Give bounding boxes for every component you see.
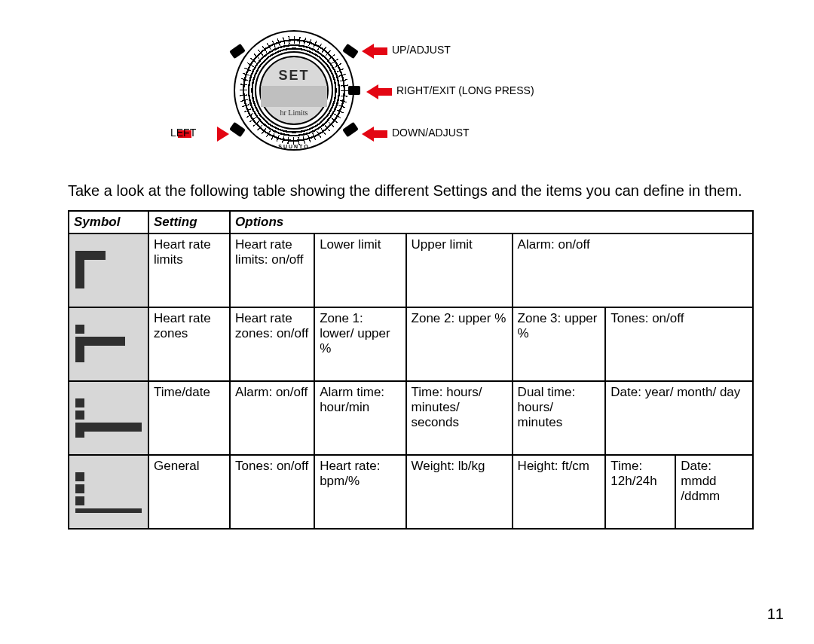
label-left: LEFT [170, 127, 196, 139]
watch-button-diagram: SET hr Limits SUUNTO UP/ADJUST RIGHT/EXI… [136, 30, 528, 173]
option-cell: Height: ft/cm [513, 455, 606, 529]
option-cell: Heart rate zones: on/off [230, 307, 314, 381]
symbol-time-date [69, 381, 148, 455]
label-up-adjust: UP/ADJUST [392, 44, 451, 56]
option-cell: Alarm: on/off [513, 233, 753, 307]
watch-display-band [261, 86, 327, 107]
watch-button-mid-right [348, 86, 360, 95]
label-right-exit: RIGHT/EXIT (LONG PRESS) [396, 84, 534, 96]
symbol-general [69, 455, 148, 529]
option-cell: Zone 2: upper % [406, 307, 513, 381]
watch-display-top: SET [255, 68, 333, 84]
option-cell: Time: hours/ minutes/ seconds [406, 381, 513, 455]
col-symbol: Symbol [69, 211, 148, 233]
option-cell: Upper limit [406, 233, 513, 307]
table-row: Heart rate limits Heart rate limits: on/… [69, 233, 753, 307]
setting-cell: Heart rate zones [148, 307, 230, 381]
option-cell: Date: year/ month/ day [605, 381, 753, 455]
manual-page: SET hr Limits SUUNTO UP/ADJUST RIGHT/EXI… [0, 0, 814, 644]
watch-display-bottom: hr Limits [255, 108, 333, 117]
table-header-row: Symbol Setting Options [69, 211, 753, 233]
option-cell: Date: mmdd /ddmm [675, 455, 753, 529]
setting-cell: Heart rate limits [148, 233, 230, 307]
option-cell: Zone 3: upper % [513, 307, 606, 381]
option-cell: Lower limit [314, 233, 405, 307]
intro-paragraph: Take a look at the following table showi… [68, 181, 754, 201]
setting-cell: General [148, 455, 230, 529]
watch-illustration: SET hr Limits SUUNTO [234, 30, 354, 151]
option-cell: Weight: lb/kg [406, 455, 513, 529]
page-number: 11 [767, 606, 784, 623]
symbol-hr-zones [69, 307, 148, 381]
watch-brand: SUUNTO [234, 144, 354, 149]
option-cell: Time: 12h/24h [605, 455, 675, 529]
option-cell: Alarm time: hour/min [314, 381, 405, 455]
label-down-adjust: DOWN/ADJUST [392, 127, 470, 139]
watch-button-bottom-right [342, 122, 359, 137]
option-cell: Heart rate: bpm/% [314, 455, 405, 529]
col-setting: Setting [148, 211, 230, 233]
watch-button-bottom-left [229, 122, 246, 137]
option-cell: Zone 1: lower/ upper % [314, 307, 405, 381]
symbol-hr-limits [69, 233, 148, 307]
watch-button-top-right [342, 44, 359, 59]
option-cell: Tones: on/off [230, 455, 314, 529]
option-cell: Dual time: hours/ minutes [513, 381, 606, 455]
table-row: General Tones: on/off Heart rate: bpm/% … [69, 455, 753, 529]
setting-cell: Time/date [148, 381, 230, 455]
table-row: Heart rate zones Heart rate zones: on/of… [69, 307, 753, 381]
option-cell: Alarm: on/off [230, 381, 314, 455]
option-cell: Heart rate limits: on/off [230, 233, 314, 307]
table-row: Time/date Alarm: on/off Alarm time: hour… [69, 381, 753, 455]
col-options: Options [230, 211, 753, 233]
settings-table: Symbol Setting Options Heart rate limits… [68, 210, 754, 530]
watch-face: SET hr Limits [255, 51, 333, 130]
option-cell: Tones: on/off [605, 307, 753, 381]
